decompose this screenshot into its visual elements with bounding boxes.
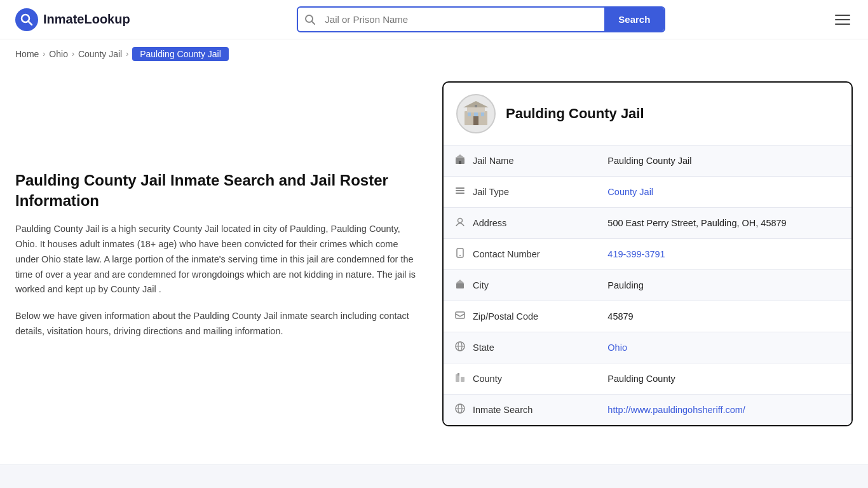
svg-rect-11: [475, 105, 477, 107]
row-label: State: [473, 342, 494, 353]
svg-rect-10: [474, 112, 478, 116]
card-title: Paulding County Jail: [506, 105, 644, 122]
row-label-cell: Jail Type: [444, 177, 564, 207]
svg-marker-22: [456, 280, 465, 283]
svg-point-20: [459, 255, 461, 256]
type-icon: [454, 185, 466, 199]
table-row: CityPaulding: [444, 270, 851, 301]
row-link[interactable]: Ohio: [607, 342, 627, 353]
table-row: CountyPaulding County: [444, 363, 851, 395]
breadcrumb-sep3: ›: [126, 50, 128, 58]
breadcrumb: Home › Ohio › County Jail › Paulding Cou…: [0, 39, 868, 69]
city-icon: [454, 278, 466, 292]
left-column: Paulding County Jail Inmate Search and J…: [15, 81, 422, 426]
svg-rect-7: [473, 116, 478, 125]
row-link[interactable]: http://www.pauldingohsheriff.com/: [607, 405, 745, 415]
svg-point-18: [458, 219, 463, 223]
table-row: Contact Number419-399-3791: [444, 239, 851, 270]
row-value: Paulding County: [597, 363, 851, 395]
info-card: Paulding County Jail Jail NamePaulding C…: [442, 81, 853, 426]
table-row: Zip/Postal Code45879: [444, 301, 851, 332]
table-row: Jail NamePaulding County Jail: [444, 146, 851, 177]
row-label: Address: [473, 218, 506, 228]
breadcrumb-type[interactable]: County Jail: [78, 49, 122, 59]
row-value[interactable]: 419-399-3791: [597, 239, 851, 270]
hamburger-line3: [835, 24, 850, 25]
zip-icon: [454, 309, 466, 323]
row-label: Zip/Postal Code: [473, 311, 538, 322]
hamburger-line1: [835, 15, 850, 16]
svg-rect-9: [481, 112, 484, 116]
right-column: Paulding County Jail Jail NamePaulding C…: [442, 81, 853, 426]
jail-icon: [454, 154, 466, 168]
main-content: Paulding County Jail Inmate Search and J…: [0, 69, 868, 452]
phone-icon: [454, 247, 466, 261]
card-header: Paulding County Jail: [444, 83, 851, 146]
web-icon: [454, 403, 466, 417]
row-value[interactable]: County Jail: [597, 177, 851, 208]
row-label-cell: Zip/Postal Code: [444, 301, 564, 332]
row-label-cell: Inmate Search: [444, 395, 564, 425]
search-button[interactable]: Search: [604, 8, 664, 31]
row-link[interactable]: 419-399-3791: [607, 249, 665, 259]
svg-line-3: [312, 21, 315, 24]
svg-rect-15: [456, 187, 465, 189]
row-label: City: [473, 280, 489, 290]
svg-rect-28: [461, 377, 465, 382]
svg-rect-29: [458, 373, 459, 376]
search-icon: [298, 14, 322, 25]
row-label: County: [473, 374, 502, 384]
breadcrumb-current: Paulding County Jail: [132, 47, 229, 61]
row-value: Paulding County Jail: [597, 146, 851, 177]
breadcrumb-sep1: ›: [43, 50, 45, 58]
page-description2: Below we have given information about th…: [15, 309, 422, 339]
svg-marker-13: [455, 154, 465, 158]
breadcrumb-sep2: ›: [72, 50, 74, 58]
svg-rect-8: [468, 112, 471, 116]
info-table: Jail NamePaulding County JailJail TypeCo…: [444, 146, 851, 425]
svg-rect-21: [456, 283, 464, 288]
row-value[interactable]: http://www.pauldingohsheriff.com/: [597, 395, 851, 426]
breadcrumb-state[interactable]: Ohio: [49, 49, 68, 59]
table-row: Inmate Searchhttp://www.pauldingohsherif…: [444, 395, 851, 426]
row-label-cell: State: [444, 332, 564, 363]
row-value: 500 East Perry Street, Paulding, OH, 458…: [597, 208, 851, 239]
jail-avatar: [456, 94, 496, 133]
breadcrumb-home[interactable]: Home: [15, 49, 39, 59]
row-label: Jail Type: [473, 187, 509, 197]
logo-text: InmateLookup: [43, 12, 130, 27]
row-label: Inmate Search: [473, 405, 532, 415]
search-input[interactable]: [322, 8, 604, 31]
row-label-cell: City: [444, 270, 564, 301]
hamburger-line2: [835, 19, 850, 20]
row-label: Jail Name: [473, 156, 513, 166]
county-icon: [454, 372, 466, 386]
row-link[interactable]: County Jail: [607, 187, 653, 197]
row-label-cell: Contact Number: [444, 239, 564, 269]
row-value: 45879: [597, 301, 851, 332]
row-value[interactable]: Ohio: [597, 332, 851, 363]
svg-line-1: [29, 21, 32, 25]
header: InmateLookup Search: [0, 0, 868, 39]
table-row: Address500 East Perry Street, Paulding, …: [444, 208, 851, 239]
state-icon: [454, 341, 466, 355]
row-label: Contact Number: [473, 249, 540, 259]
table-row: Jail TypeCounty Jail: [444, 177, 851, 208]
search-bar: Search: [297, 6, 665, 32]
hamburger-menu[interactable]: [832, 12, 853, 27]
logo[interactable]: InmateLookup: [15, 8, 130, 31]
page-description1: Paulding County Jail is a high security …: [15, 222, 422, 298]
svg-rect-16: [456, 190, 465, 191]
svg-rect-17: [456, 193, 465, 194]
address-icon: [454, 216, 466, 230]
row-label-cell: Address: [444, 208, 564, 238]
logo-icon: [15, 8, 38, 31]
svg-rect-14: [459, 161, 461, 164]
row-label-cell: Jail Name: [444, 146, 564, 176]
row-label-cell: County: [444, 363, 564, 394]
page-title: Paulding County Jail Inmate Search and J…: [15, 170, 422, 212]
footer-bar: [0, 464, 868, 488]
svg-rect-5: [467, 107, 485, 112]
table-row: StateOhio: [444, 332, 851, 363]
row-value: Paulding: [597, 270, 851, 301]
